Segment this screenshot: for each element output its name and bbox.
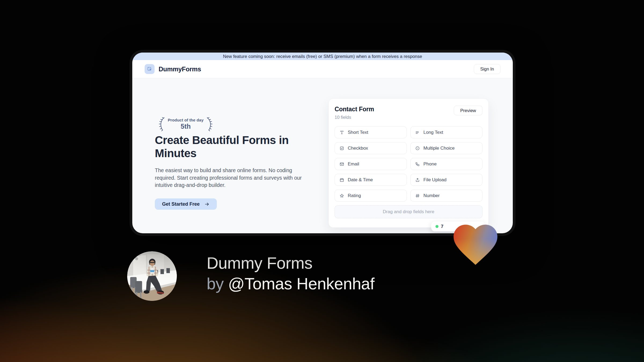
award-line1: Product of the day	[168, 118, 203, 122]
hash-icon	[415, 193, 420, 198]
form-title: Contact Form	[335, 106, 374, 113]
get-started-button[interactable]: Get Started Free	[155, 198, 217, 210]
field-file-upload[interactable]: File Upload	[410, 174, 482, 186]
dummyforms-logo-icon	[145, 64, 155, 74]
form-field-count: 10 fields	[335, 115, 374, 120]
author-handle: @Tomas Henkenhaf	[228, 275, 375, 293]
checkbox-icon	[339, 146, 344, 151]
hero-section: Product of the day 5th Create Beautiful …	[132, 78, 513, 233]
field-label: Email	[348, 161, 359, 167]
announcement-text: New feature coming soon: receive emails …	[223, 54, 422, 59]
hero-description: The easiest way to build and share onlin…	[155, 167, 310, 189]
calendar-icon	[339, 178, 344, 182]
site-header: DummyForms Sign In	[132, 60, 513, 78]
award-line2: 5th	[168, 123, 203, 130]
form-card-titles: Contact Form 10 fields	[335, 106, 374, 120]
field-multiple-choice[interactable]: Multiple Choice	[410, 142, 482, 154]
short-text-icon	[339, 130, 344, 135]
browser-window: New feature coming soon: receive emails …	[130, 50, 515, 236]
field-label: File Upload	[423, 177, 447, 183]
award-text: Product of the day 5th	[168, 118, 203, 130]
field-label: Phone	[423, 161, 437, 167]
field-phone[interactable]: Phone	[410, 158, 482, 170]
page-background: New feature coming soon: receive emails …	[0, 0, 644, 362]
product-name-text: Dummy Forms	[207, 253, 374, 274]
star-icon	[339, 193, 344, 198]
field-label: Number	[423, 193, 440, 198]
byline: by @Tomas Henkenhaf	[207, 274, 374, 294]
form-card-header: Contact Form 10 fields Preview	[335, 106, 482, 120]
field-rating[interactable]: Rating	[335, 190, 407, 202]
email-icon	[339, 162, 344, 167]
brand-name: DummyForms	[159, 65, 201, 73]
field-label: Multiple Choice	[423, 146, 455, 151]
field-long-text[interactable]: Long Text	[410, 126, 482, 138]
laurel-left-icon	[158, 116, 166, 132]
green-status-dot-icon	[436, 225, 438, 228]
get-started-label: Get Started Free	[162, 201, 200, 207]
field-label: Date & Time	[348, 177, 373, 183]
author-caption: Dummy Forms by @Tomas Henkenhaf	[207, 253, 374, 294]
multiple-choice-icon	[415, 146, 420, 151]
field-email[interactable]: Email	[335, 158, 407, 170]
field-short-text[interactable]: Short Text	[335, 126, 407, 138]
field-label: Rating	[348, 193, 361, 198]
hero-title: Create Beautiful Forms in Minutes	[155, 134, 312, 160]
preview-button[interactable]: Preview	[454, 106, 482, 115]
field-type-grid: Short Text Long Text	[335, 126, 482, 202]
response-count-text: 7	[441, 224, 443, 229]
field-date-time[interactable]: Date & Time	[335, 174, 407, 186]
product-of-the-day-badge: Product of the day 5th	[155, 116, 217, 132]
landing-page: New feature coming soon: receive emails …	[132, 53, 513, 233]
brand-logo[interactable]: DummyForms	[145, 64, 201, 74]
field-label: Checkbox	[348, 146, 368, 151]
field-label: Long Text	[423, 130, 443, 135]
long-text-icon	[415, 130, 420, 135]
field-checkbox[interactable]: Checkbox	[335, 142, 407, 154]
avatar-photo-illustration	[127, 251, 177, 301]
form-builder-card: Contact Form 10 fields Preview Short Tex…	[328, 98, 489, 228]
phone-icon	[415, 162, 420, 167]
dropzone-text: Drag and drop fields here	[383, 209, 434, 215]
field-number[interactable]: Number	[410, 190, 482, 202]
laurel-right-icon	[206, 116, 214, 132]
gradient-heart-icon	[449, 218, 502, 267]
byline-prefix: by	[207, 275, 224, 293]
sign-in-button[interactable]: Sign In	[474, 64, 500, 74]
dropzone[interactable]: Drag and drop fields here	[335, 205, 482, 218]
field-label: Short Text	[348, 130, 368, 135]
arrow-right-icon	[204, 202, 210, 207]
upload-icon	[415, 178, 420, 182]
announcement-banner: New feature coming soon: receive emails …	[132, 53, 513, 60]
author-avatar	[127, 251, 177, 301]
